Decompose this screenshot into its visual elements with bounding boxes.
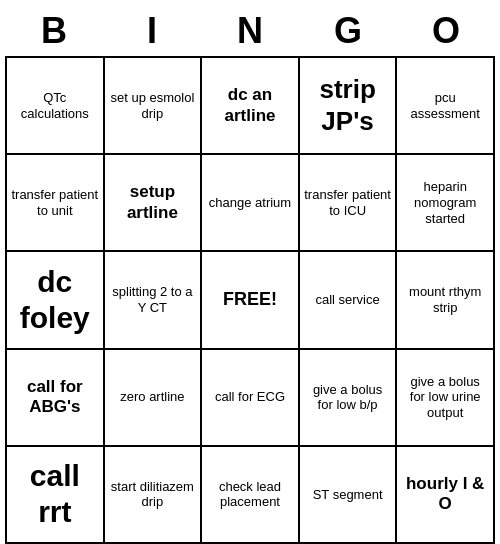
bingo-cell-0[interactable]: QTc calculations [7, 58, 105, 155]
bingo-cell-1[interactable]: set up esmolol drip [105, 58, 203, 155]
bingo-cell-18[interactable]: give a bolus for low b/p [300, 350, 398, 447]
header-g: G [299, 6, 397, 56]
bingo-cell-9[interactable]: heparin nomogram started [397, 155, 495, 252]
bingo-cell-4[interactable]: pcu assessment [397, 58, 495, 155]
bingo-cell-19[interactable]: give a bolus for low urine output [397, 350, 495, 447]
bingo-cell-21[interactable]: start dilitiazem drip [105, 447, 203, 544]
bingo-cell-5[interactable]: transfer patient to unit [7, 155, 105, 252]
bingo-cell-11[interactable]: splitting 2 to a Y CT [105, 252, 203, 349]
header-i: I [103, 6, 201, 56]
header-b: B [5, 6, 103, 56]
bingo-cell-20[interactable]: call rrt [7, 447, 105, 544]
bingo-cell-2[interactable]: dc an artline [202, 58, 300, 155]
bingo-cell-8[interactable]: transfer patient to ICU [300, 155, 398, 252]
bingo-cell-13[interactable]: call service [300, 252, 398, 349]
bingo-cell-14[interactable]: mount rthym strip [397, 252, 495, 349]
bingo-cell-10[interactable]: dc foley [7, 252, 105, 349]
bingo-cell-7[interactable]: change atrium [202, 155, 300, 252]
bingo-cell-3[interactable]: strip JP's [300, 58, 398, 155]
bingo-cell-22[interactable]: check lead placement [202, 447, 300, 544]
header-n: N [201, 6, 299, 56]
bingo-cell-16[interactable]: zero artline [105, 350, 203, 447]
bingo-cell-15[interactable]: call for ABG's [7, 350, 105, 447]
bingo-cell-6[interactable]: setup artline [105, 155, 203, 252]
bingo-cell-12[interactable]: FREE! [202, 252, 300, 349]
bingo-cell-24[interactable]: hourly I & O [397, 447, 495, 544]
bingo-cell-23[interactable]: ST segment [300, 447, 398, 544]
header-o: O [397, 6, 495, 56]
bingo-cell-17[interactable]: call for ECG [202, 350, 300, 447]
bingo-grid: QTc calculationsset up esmolol dripdc an… [5, 56, 495, 544]
bingo-header: B I N G O [5, 6, 495, 56]
